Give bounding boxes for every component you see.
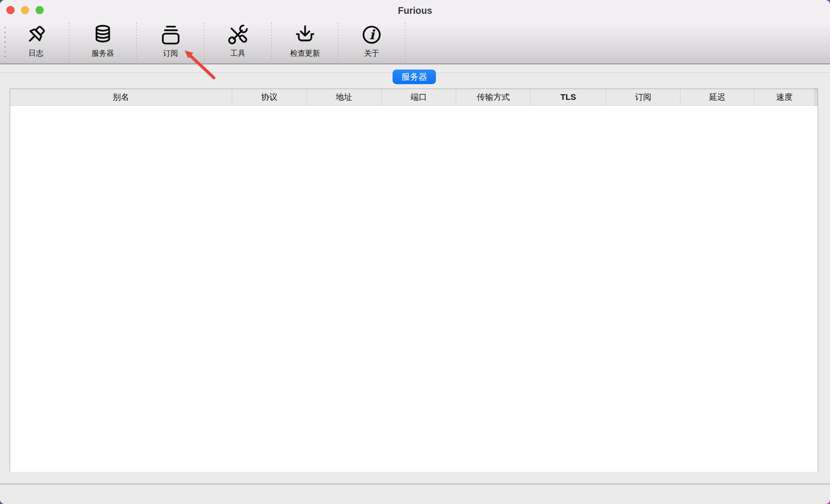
column-header-protocol[interactable]: 协议 [232, 89, 307, 105]
tools-icon [227, 24, 249, 46]
toolbar-label: 服务器 [92, 49, 114, 57]
title-bar: Furious [0, 0, 830, 21]
tab-servers[interactable]: 服务器 [393, 70, 436, 84]
toolbar-button-check-updates[interactable]: 检查更新 [271, 21, 339, 64]
toolbar-button-logs[interactable]: 日志 [2, 21, 70, 64]
app-window: Furious 日志 [0, 0, 830, 504]
toolbar-label: 检查更新 [290, 49, 320, 57]
toolbar-label: 订阅 [163, 49, 178, 57]
pin-icon [25, 24, 47, 46]
column-header-speed[interactable]: 速度 [754, 89, 815, 105]
column-header-address[interactable]: 地址 [307, 89, 382, 105]
tab-pane: 服务器 别名 协议 地址 端口 传输方式 TLS 订阅 延迟 速度 [0, 65, 830, 484]
toolbar-label: 日志 [28, 49, 43, 57]
column-header-subscription[interactable]: 订阅 [606, 89, 680, 105]
column-header-latency[interactable]: 延迟 [680, 89, 754, 105]
toolbar-button-servers[interactable]: 服务器 [69, 21, 136, 64]
window-title: Furious [0, 0, 830, 21]
column-header-alias[interactable]: 别名 [10, 89, 232, 105]
toolbar-label: 工具 [230, 49, 245, 57]
toolbar-button-about[interactable]: i 关于 [338, 21, 405, 64]
toolbar-label: 关于 [364, 49, 379, 57]
table-body-empty[interactable] [10, 106, 818, 472]
subscriptions-icon [160, 24, 181, 46]
download-icon [294, 24, 316, 46]
scrollbar-gutter [815, 89, 818, 105]
svg-text:i: i [369, 27, 375, 42]
toolbar: 日志 服务器 [0, 21, 830, 64]
status-bar [0, 484, 830, 504]
table-header-row: 别名 协议 地址 端口 传输方式 TLS 订阅 延迟 速度 [10, 89, 818, 106]
column-header-transport[interactable]: 传输方式 [456, 89, 531, 105]
annotation-arrow-icon [179, 46, 224, 85]
column-header-port[interactable]: 端口 [382, 89, 456, 105]
info-icon: i [361, 24, 382, 46]
column-header-tls[interactable]: TLS [531, 89, 606, 105]
server-table: 别名 协议 地址 端口 传输方式 TLS 订阅 延迟 速度 [10, 89, 818, 472]
database-icon [92, 24, 114, 46]
